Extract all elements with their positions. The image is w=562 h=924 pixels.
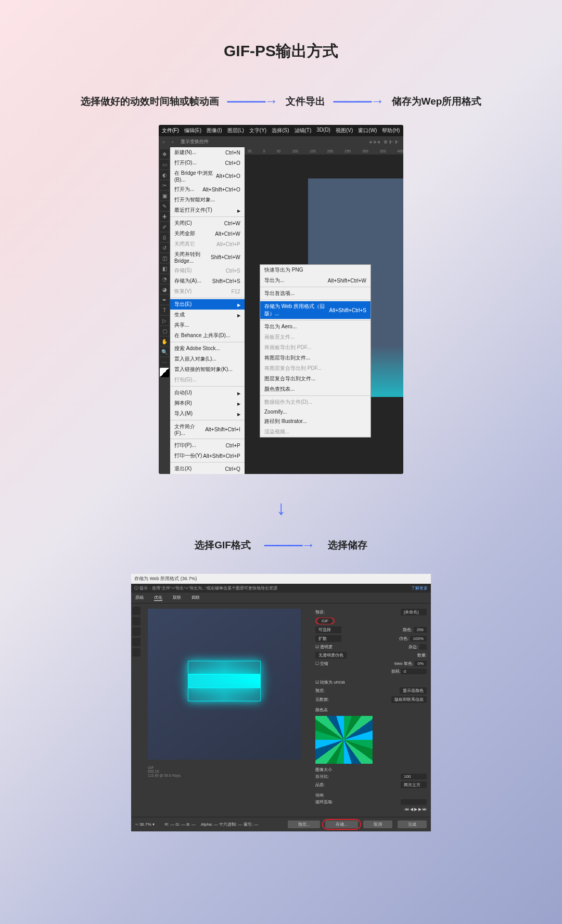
menu-item[interactable]: 退出(X)Ctrl+Q	[170, 464, 245, 474]
menu-item[interactable]: 关闭并转到 Bridge...Shift+Ctrl+W	[170, 249, 245, 265]
menu-type[interactable]: 文字(Y)	[249, 127, 266, 134]
format-select[interactable]: GIF	[318, 618, 331, 624]
anim-last-icon[interactable]: ⏭	[423, 807, 427, 812]
menu-image[interactable]: 图像(I)	[207, 127, 222, 134]
menu-item[interactable]: 生成 ▶	[170, 310, 245, 320]
menu-filter[interactable]: 滤镜(T)	[295, 127, 312, 134]
anim-play-icon[interactable]: ▶	[414, 807, 417, 812]
menu-item[interactable]: 文件简介(F)...Alt+Shift+Ctrl+I	[170, 421, 245, 438]
menu-item[interactable]: 打开为...Alt+Shift+Ctrl+O	[170, 184, 245, 195]
heal-tool-icon[interactable]: ✚	[160, 212, 169, 221]
hand-tool-icon[interactable]: ✋	[160, 337, 169, 346]
dither-select[interactable]: 扩散	[315, 635, 341, 642]
srgb-check[interactable]: 转换为 sRGB	[320, 680, 345, 685]
menu-item[interactable]: 导入(M) ▶	[170, 408, 245, 419]
menu-item[interactable]: 最近打开文件(T) ▶	[170, 205, 245, 215]
menu-item[interactable]: 置入嵌入对象(L)...	[170, 354, 245, 364]
history-tool-icon[interactable]: ↺	[160, 243, 169, 252]
more-tool-icon[interactable]: ⋯	[160, 357, 169, 367]
menu-item[interactable]: 导出(E) ▶	[170, 299, 245, 310]
menu-file[interactable]: 文件(F)	[162, 127, 179, 134]
menu-item[interactable]: 脚本(R) ▶	[170, 398, 245, 408]
transparency-check[interactable]: 透明度	[320, 645, 333, 649]
preview-button[interactable]: 预览...	[288, 820, 321, 828]
menu-item[interactable]: 置入链接的智能对象(K)...	[170, 364, 245, 375]
cancel-button[interactable]: 取消	[363, 820, 392, 828]
color-swatch-icon[interactable]	[160, 368, 169, 377]
type-tool-icon[interactable]: T	[160, 305, 169, 315]
menu-select[interactable]: 选择(S)	[272, 127, 289, 134]
color-icon[interactable]	[132, 648, 140, 657]
matte-select[interactable]	[419, 644, 427, 650]
eraser-tool-icon[interactable]: ◫	[160, 253, 169, 263]
anim-next-icon[interactable]: ▶	[418, 807, 422, 812]
menu-item[interactable]: 打包(G)...	[170, 375, 245, 385]
menu-item[interactable]: 恢复(V)F12	[170, 286, 245, 297]
trans-dither-select[interactable]: 无透明度仿色	[315, 652, 347, 659]
learn-more-link[interactable]: 了解更多	[411, 585, 428, 591]
menu-edit[interactable]: 编辑(E)	[184, 127, 201, 134]
lasso-tool-icon[interactable]: ◐	[160, 170, 169, 179]
websafe-field[interactable]: 0%	[414, 661, 427, 666]
submenu-item[interactable]: 将图层复合导出到 PDF...	[260, 363, 371, 374]
menu-item[interactable]: 新建(N)...Ctrl+N	[170, 147, 245, 158]
zoom-tool-icon[interactable]: 🔍	[160, 347, 169, 356]
move-tool-icon[interactable]: ✥	[160, 149, 169, 159]
tab-2up[interactable]: 双联	[173, 595, 181, 601]
submenu-item[interactable]: 路径到 Illustrator...	[260, 416, 371, 427]
dodge-tool-icon[interactable]: ◕	[160, 285, 169, 294]
percent-field[interactable]: 100	[401, 774, 427, 779]
menu-item[interactable]: 共享...	[170, 320, 245, 330]
menu-item[interactable]: 存储(S)Ctrl+S	[170, 265, 245, 276]
menu-view[interactable]: 视图(V)	[336, 127, 353, 134]
tab-4up[interactable]: 四联	[191, 595, 200, 601]
submenu-item[interactable]: 画板至文件...	[260, 332, 371, 342]
anim-prev-icon[interactable]: ◀	[410, 807, 413, 812]
preview-select[interactable]: 显示器颜色	[400, 687, 427, 694]
menu-item[interactable]: 打印(P)...Ctrl+P	[170, 440, 245, 451]
tab-original[interactable]: 原稿	[135, 595, 144, 601]
menu-item[interactable]: 存储为(A)...Shift+Ctrl+S	[170, 276, 245, 286]
loop-select[interactable]	[401, 799, 427, 805]
anim-first-icon[interactable]: ⏮	[405, 807, 409, 812]
color-table[interactable]	[315, 716, 373, 764]
gradient-tool-icon[interactable]: ◧	[160, 264, 169, 273]
menu-window[interactable]: 窗口(W)	[358, 127, 377, 134]
submenu-item[interactable]: Zoomify...	[260, 407, 371, 416]
eyedropper-icon[interactable]	[132, 638, 140, 646]
frame-tool-icon[interactable]: ▣	[160, 191, 169, 200]
save-button[interactable]: 存储...	[325, 820, 358, 828]
menu-item[interactable]: 打开为智能对象...	[170, 195, 245, 205]
marquee-tool-icon[interactable]: ▭	[160, 160, 169, 169]
menu-item[interactable]: 关闭其它Alt+Ctrl+P	[170, 239, 245, 249]
submenu-item[interactable]: 数据组作为文件(D)...	[260, 397, 371, 407]
submenu-item[interactable]: 存储为 Web 所用格式（旧版）...Alt+Shift+Ctrl+S	[260, 301, 371, 319]
path-tool-icon[interactable]: ▷	[160, 316, 169, 325]
submenu-item[interactable]: 将画板导出到 PDF...	[260, 342, 371, 353]
menu-help[interactable]: 帮助(H)	[382, 127, 400, 134]
slice-icon[interactable]	[132, 617, 140, 625]
eyedropper-tool-icon[interactable]: ✎	[160, 201, 169, 211]
submenu-item[interactable]: 渲染视频...	[260, 427, 371, 437]
shape-tool-icon[interactable]: ▢	[160, 326, 169, 336]
menu-item[interactable]: 关闭(C)Ctrl+W	[170, 218, 245, 228]
submenu-item[interactable]: 导出首选项...	[260, 288, 371, 299]
interlaced-check[interactable]: 交错	[320, 661, 328, 666]
menu-item[interactable]: 打印一份(Y)Alt+Shift+Ctrl+P	[170, 451, 245, 461]
tab-optimized[interactable]: 优化	[154, 595, 162, 601]
submenu-item[interactable]: 图层复合导出到文件...	[260, 374, 371, 384]
done-button[interactable]: 完成	[398, 820, 427, 828]
dither-amount[interactable]: 100%	[410, 636, 427, 641]
menu-item[interactable]: 搜索 Adobe Stock...	[170, 343, 245, 354]
quality-select[interactable]: 两次立方	[401, 781, 427, 788]
submenu-item[interactable]: 导出为 Aero...	[260, 322, 371, 332]
menu-item[interactable]: 在 Behance 上共享(D)...	[170, 330, 245, 341]
submenu-item[interactable]: 快速导出为 PNG	[260, 265, 371, 275]
preset-select[interactable]: [未命名]	[401, 609, 427, 615]
menu-layer[interactable]: 图层(L)	[227, 127, 244, 134]
colors-field[interactable]: 256	[414, 627, 427, 633]
submenu-item[interactable]: 将图层导出到文件...	[260, 353, 371, 363]
zoom-icon[interactable]	[132, 627, 140, 636]
metadata-select[interactable]: 版权和联系信息	[391, 696, 427, 703]
loss-field[interactable]: 0	[401, 669, 427, 674]
